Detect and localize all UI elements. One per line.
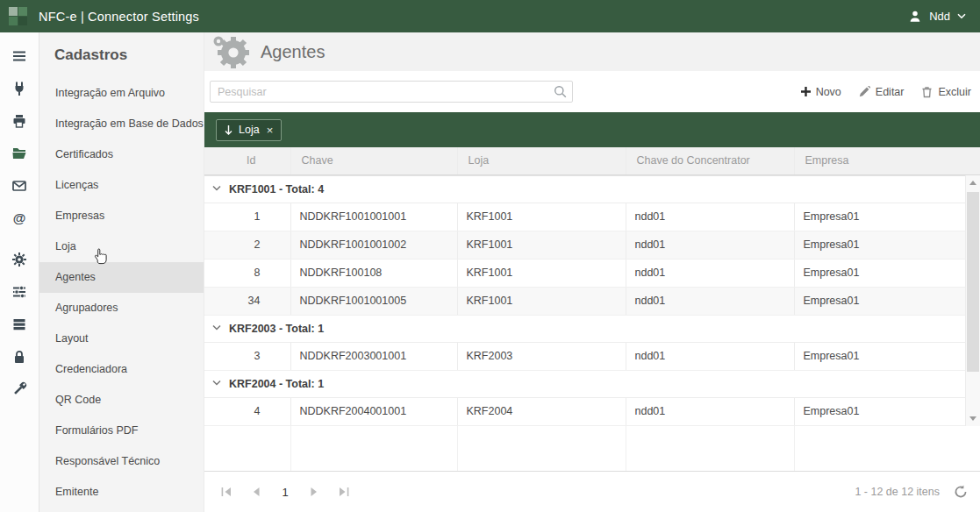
sidebar-item-licen-as[interactable]: Licenças [39, 170, 204, 201]
plus-icon [801, 87, 811, 96]
group-header-row[interactable]: KRF2003 - Total: 1 [204, 315, 980, 342]
cell-chave: NDDKRF2003001001 [290, 342, 457, 370]
refresh-icon[interactable] [954, 485, 968, 499]
sidebar-item-integra-o-em-base-de-dados[interactable]: Integração em Base de Dados [39, 109, 204, 139]
sliders-icon[interactable] [0, 275, 39, 308]
cell-empresa: Empresa01 [794, 342, 980, 370]
group-header-label: KRF2004 - Total: 1 [229, 378, 324, 390]
sidebar-item-qr-code[interactable]: QR Code [39, 385, 204, 416]
column-header-concentrator[interactable]: Chave do Concentrator [626, 147, 794, 174]
table-row[interactable]: 1NDDKRF1001001001KRF1001ndd01Empresa01 [204, 203, 980, 231]
cell-chave: NDDKRF2004001001 [290, 397, 457, 425]
table-row[interactable]: 3NDDKRF2003001001KRF2003ndd01Empresa01 [204, 342, 980, 370]
trash-icon [921, 86, 933, 98]
lock-icon[interactable] [0, 340, 39, 373]
column-header-chave[interactable]: Chave [290, 147, 457, 174]
app-logo-icon [9, 7, 27, 25]
sidebar: Cadastros Integração em ArquivoIntegraçã… [39, 32, 204, 512]
cell-chave: NDDKRF1001001005 [290, 287, 457, 315]
scrollbar-thumb[interactable] [967, 192, 979, 372]
grouping-bar[interactable]: Loja × [204, 112, 980, 147]
new-button[interactable]: Novo [801, 86, 841, 98]
cell-chave: NDDKRF1001001002 [290, 231, 457, 259]
current-page[interactable]: 1 [273, 486, 297, 499]
cell-chave: NDDKRF1001001001 [290, 203, 457, 231]
row-expander-cell [204, 342, 236, 370]
search-icon[interactable] [554, 85, 567, 98]
sidebar-item-respons-vel-t-cnico[interactable]: Responsável Técnico [39, 446, 204, 477]
remove-group-icon[interactable]: × [267, 124, 274, 137]
folder-open-icon[interactable] [0, 137, 39, 169]
plug-icon[interactable] [0, 72, 39, 104]
app-body: @ Cadastros Integração em ArquivoIntegra… [0, 32, 980, 512]
pencil-icon [859, 86, 870, 97]
column-header-id[interactable]: Id [236, 147, 290, 174]
menu-icon[interactable] [0, 39, 39, 72]
sidebar-item-formul-rios-pdf[interactable]: Formulários PDF [39, 416, 204, 446]
envelope-icon[interactable] [0, 169, 39, 202]
agents-emblem-icon [211, 32, 250, 71]
sidebar-item-emitente[interactable]: Emitente [39, 477, 204, 508]
sidebar-item-credenciadora[interactable]: Credenciadora [39, 354, 204, 385]
table-row[interactable]: 2NDDKRF1001001002KRF1001ndd01Empresa01 [204, 231, 980, 259]
table-row[interactable]: 8NDDKRF100108KRF1001ndd01Empresa01 [204, 259, 980, 287]
user-name: Ndd [929, 10, 950, 23]
column-header-empresa[interactable]: Empresa [794, 147, 980, 174]
cell-id: 8 [236, 259, 290, 287]
column-header-loja[interactable]: Loja [457, 147, 626, 174]
rows-icon[interactable] [0, 308, 39, 340]
scroll-down-icon[interactable] [966, 411, 980, 426]
sidebar-item-agrupadores[interactable]: Agrupadores [39, 293, 204, 324]
grid-body-table: KRF1001 - Total: 41NDDKRF1001001001KRF10… [204, 175, 980, 426]
last-page-button[interactable] [331, 479, 357, 505]
table-row[interactable]: 34NDDKRF1001001005KRF1001ndd01Empresa01 [204, 287, 980, 315]
sidebar-item-loja[interactable]: Loja [39, 231, 204, 262]
row-expander-cell [204, 203, 236, 231]
row-expander-cell [204, 397, 236, 425]
group-chip-loja[interactable]: Loja × [216, 119, 282, 141]
pager-info: 1 - 12 de 12 itens [855, 485, 968, 499]
collapse-chevron-icon[interactable] [212, 182, 221, 195]
wrench-icon[interactable] [0, 373, 39, 405]
cell-id: 3 [236, 342, 290, 370]
cell-loja: KRF1001 [457, 259, 626, 287]
cell-empresa: Empresa01 [794, 231, 980, 259]
cell-concentrator: ndd01 [626, 231, 794, 259]
search-input[interactable] [210, 81, 573, 103]
cell-concentrator: ndd01 [626, 203, 794, 231]
row-expander-cell [204, 231, 236, 259]
sidebar-item-empresas[interactable]: Empresas [39, 201, 204, 231]
user-menu[interactable]: Ndd [908, 10, 966, 24]
group-header-row[interactable]: KRF2004 - Total: 1 [204, 370, 980, 397]
vertical-scrollbar[interactable] [965, 175, 980, 426]
group-header-row[interactable]: KRF1001 - Total: 4 [204, 175, 980, 203]
printer-icon[interactable] [0, 104, 39, 137]
pager: 1 1 - 12 de 12 itens [204, 471, 980, 512]
cell-concentrator: ndd01 [626, 259, 794, 287]
collapse-chevron-icon[interactable] [212, 322, 221, 334]
sidebar-item-agentes[interactable]: Agentes [39, 262, 204, 293]
chevron-down-icon [957, 13, 966, 19]
scroll-up-icon[interactable] [966, 175, 980, 190]
row-expander-cell [204, 259, 236, 287]
next-page-button[interactable] [301, 479, 327, 505]
edit-button[interactable]: Editar [859, 86, 905, 98]
cell-loja: KRF1001 [457, 231, 626, 259]
cell-concentrator: ndd01 [626, 397, 794, 425]
first-page-button[interactable] [213, 479, 240, 505]
sidebar-item-layout[interactable]: Layout [39, 324, 204, 354]
sidebar-item-integra-o-em-arquivo[interactable]: Integração em Arquivo [39, 78, 204, 109]
at-sign-icon[interactable]: @ [0, 202, 39, 234]
prev-page-button[interactable] [243, 479, 269, 505]
toolbar-actions: Novo Editar Excluir [801, 86, 971, 98]
delete-button[interactable]: Excluir [921, 86, 971, 98]
page-header: Agentes [204, 32, 980, 71]
gear-icon[interactable] [0, 243, 39, 275]
sidebar-item-certificados[interactable]: Certificados [39, 139, 204, 170]
table-row[interactable]: 4NDDKRF2004001001KRF2004ndd01Empresa01 [204, 397, 980, 425]
collapse-chevron-icon[interactable] [212, 377, 221, 389]
cell-chave: NDDKRF100108 [290, 259, 457, 287]
cell-empresa: Empresa01 [794, 397, 980, 425]
sort-arrow-down-icon[interactable] [225, 125, 232, 135]
grid-toolbar: Novo Editar Excluir [204, 71, 980, 112]
